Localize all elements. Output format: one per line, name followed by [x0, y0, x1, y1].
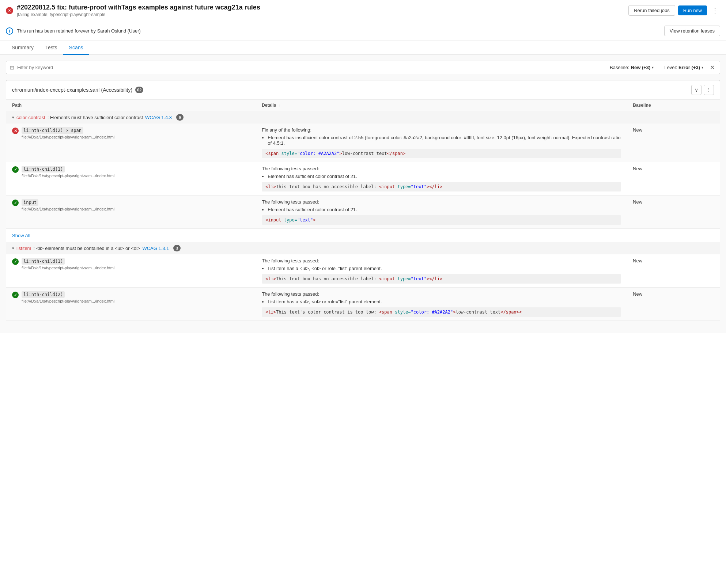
page-title: #20220812.5 fix: future-proof withTags e…	[17, 4, 625, 11]
tab-bar: Summary Tests Scans	[0, 41, 726, 55]
level-value: Error (+3)	[678, 65, 700, 70]
retention-banner: i This run has been retained forever by …	[0, 21, 726, 41]
path-cell-4: ✓ li:nth-child(1) file:///D:/a/1/s/types…	[6, 254, 256, 288]
main-content: ⊟ Baseline: New (+3) ▾ Level: Error (+3)…	[0, 55, 726, 333]
collapse-listitem-icon[interactable]: ▾	[12, 246, 14, 251]
keyword-filter-input[interactable]	[17, 65, 605, 70]
path-file-1: file:///D:/a/1/s/typescript-playwright-s…	[22, 135, 114, 139]
path-cell-5: ✓ li:nth-child(2) file:///D:/a/1/s/types…	[6, 288, 256, 321]
more-options-icon[interactable]: ⋮	[710, 5, 720, 16]
details-bullet-5: List item has a <ul>, <ol> or role="list…	[268, 299, 621, 304]
page-header: × #20220812.5 fix: future-proof withTags…	[0, 0, 726, 21]
header-title-area: #20220812.5 fix: future-proof withTags e…	[17, 4, 625, 17]
rule-row-color-contrast: ▾ color-contrast : Elements must have su…	[6, 111, 720, 124]
header-actions: Rerun failed jobs Run new ⋮	[628, 5, 720, 16]
scan-card-header: chromium/index-except-examples.sarif (Ac…	[6, 80, 720, 100]
rule-desc-color-contrast: : Elements must have sufficient color co…	[48, 115, 143, 120]
rule-count-color-contrast: 6	[176, 114, 184, 121]
rule-row-listitem: ▾ listitem : <li> elements must be conta…	[6, 242, 720, 254]
path-file-5: file:///D:/a/1/s/typescript-playwright-s…	[22, 299, 114, 303]
details-intro-2: The following tests passed:	[262, 166, 621, 171]
status-pass-icon-3: ✓	[12, 200, 19, 206]
col-details[interactable]: Details ↑	[256, 100, 627, 111]
filter-options: Baseline: New (+3) ▾ Level: Error (+3) ▾…	[608, 63, 716, 72]
details-bullet-3: Element has sufficient color contrast of…	[268, 207, 621, 212]
tab-tests[interactable]: Tests	[39, 41, 63, 55]
path-selector-2: li:nth-child(1)	[22, 166, 65, 172]
path-cell-3: ✓ input file:///D:/a/1/s/typescript-play…	[6, 196, 256, 229]
level-chevron-icon: ▾	[702, 65, 703, 69]
rerun-failed-jobs-button[interactable]: Rerun failed jobs	[628, 5, 675, 16]
baseline-cell-1: New	[627, 124, 720, 162]
show-all-link[interactable]: Show All	[12, 233, 30, 238]
baseline-cell-3: New	[627, 196, 720, 229]
run-new-button[interactable]: Run new	[678, 5, 707, 15]
details-bullet-2: Element has sufficient color contrast of…	[268, 174, 621, 179]
level-label: Level:	[664, 65, 677, 70]
rule-link-color-contrast[interactable]: WCAG 1.4.3	[145, 115, 172, 120]
rule-desc-listitem: : <li> elements must be contained in a <…	[33, 246, 140, 251]
code-block-3: <input type="text">	[262, 215, 621, 225]
status-pass-icon-4: ✓	[12, 258, 19, 265]
scan-more-button[interactable]: ⋮	[704, 85, 714, 95]
table-row: ✓ li:nth-child(2) file:///D:/a/1/s/types…	[6, 288, 720, 321]
rule-name-listitem: listitem	[16, 246, 31, 251]
view-retention-leases-button[interactable]: View retention leases	[664, 26, 720, 36]
table-row: ✓ li:nth-child(1) file:///D:/a/1/s/types…	[6, 254, 720, 288]
level-dropdown[interactable]: Level: Error (+3) ▾	[662, 64, 706, 71]
col-path: Path	[6, 100, 256, 111]
code-block-5: <li>This text's color contrast is too lo…	[262, 307, 621, 317]
show-all-row: Show All	[6, 229, 720, 242]
table-row: ✕ li:nth-child(2) > span file:///D:/a/1/…	[6, 124, 720, 162]
filter-divider	[659, 64, 659, 71]
fail-icon: ×	[6, 7, 13, 14]
tab-scans[interactable]: Scans	[63, 41, 89, 55]
collapse-color-contrast-icon[interactable]: ▾	[12, 115, 14, 120]
status-pass-icon-5: ✓	[12, 292, 19, 298]
rule-name-color-contrast: color-contrast	[16, 115, 45, 120]
details-intro-1: Fix any of the following:	[262, 127, 621, 133]
baseline-value: New (+3)	[631, 65, 651, 70]
filter-close-icon[interactable]: ✕	[708, 63, 716, 72]
tab-summary[interactable]: Summary	[6, 41, 39, 55]
page-subtitle: [failing example] typescript-playwright-…	[17, 12, 625, 17]
path-cell-1: ✕ li:nth-child(2) > span file:///D:/a/1/…	[6, 124, 256, 162]
baseline-cell-5: New	[627, 288, 720, 321]
path-selector-3: input	[22, 199, 38, 206]
status-pass-icon-2: ✓	[12, 166, 19, 173]
baseline-dropdown[interactable]: Baseline: New (+3) ▾	[608, 64, 656, 71]
rule-link-listitem[interactable]: WCAG 1.3.1	[142, 246, 169, 251]
filter-icon: ⊟	[10, 65, 14, 71]
details-intro-5: The following tests passed:	[262, 291, 621, 297]
path-selector-5: li:nth-child(2)	[22, 291, 65, 298]
details-intro-3: The following tests passed:	[262, 199, 621, 205]
details-bullet-1: Element has insufficient color contrast …	[268, 135, 621, 146]
path-cell-2: ✓ li:nth-child(1) file:///D:/a/1/s/types…	[6, 162, 256, 196]
table-row: ✓ input file:///D:/a/1/s/typescript-play…	[6, 196, 720, 229]
path-file-4: file:///D:/a/1/s/typescript-playwright-s…	[22, 266, 114, 270]
baseline-chevron-icon: ▾	[652, 65, 654, 69]
scan-card-title: chromium/index-except-examples.sarif (Ac…	[12, 87, 132, 93]
details-cell-2: The following tests passed: Element has …	[256, 162, 627, 196]
code-block-2: <li>This text box has no accessible labe…	[262, 182, 621, 191]
baseline-cell-2: New	[627, 162, 720, 196]
scan-collapse-button[interactable]: ∨	[691, 85, 702, 95]
scan-table: Path Details ↑ Baseline ▾ color-contrast	[6, 100, 720, 321]
retention-message: This run has been retained forever by Sa…	[17, 28, 661, 34]
path-file-2: file:///D:/a/1/s/typescript-playwright-s…	[22, 174, 114, 178]
baseline-cell-4: New	[627, 254, 720, 288]
info-icon: i	[6, 27, 13, 35]
filter-bar: ⊟ Baseline: New (+3) ▾ Level: Error (+3)…	[6, 61, 720, 74]
path-file-3: file:///D:/a/1/s/typescript-playwright-s…	[22, 207, 114, 211]
scan-count-badge: 62	[135, 87, 143, 93]
scan-card-actions: ∨ ⋮	[691, 85, 714, 95]
rule-count-listitem: 3	[173, 245, 181, 251]
details-cell-3: The following tests passed: Element has …	[256, 196, 627, 229]
code-block-4: <li>This text box has no accessible labe…	[262, 274, 621, 284]
col-baseline: Baseline	[627, 100, 720, 111]
baseline-label: Baseline:	[610, 65, 629, 70]
status-fail-icon-1: ✕	[12, 128, 19, 134]
details-cell-5: The following tests passed: List item ha…	[256, 288, 627, 321]
code-block-1: <span style="color: #A2A2A2">low-contras…	[262, 149, 621, 158]
path-selector-4: li:nth-child(1)	[22, 258, 65, 265]
